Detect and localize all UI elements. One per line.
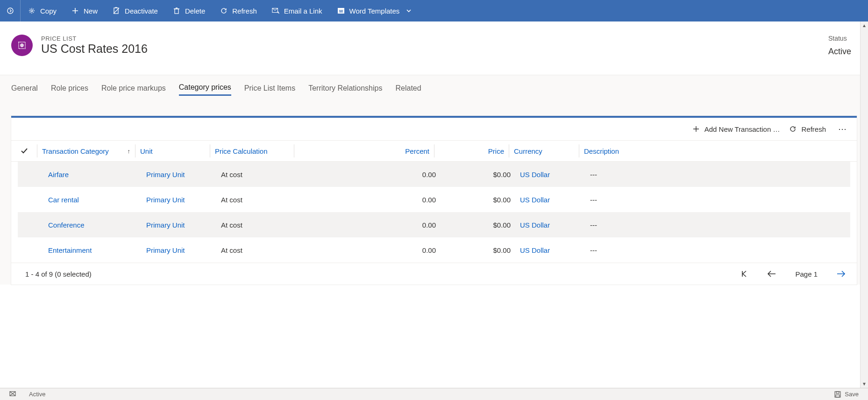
cell-percent: 0.00 xyxy=(300,221,441,229)
word-templates-label: Word Templates xyxy=(349,7,400,15)
email-link-button[interactable]: Email a Link xyxy=(264,0,330,21)
copy-button[interactable]: Copy xyxy=(21,0,64,21)
svg-rect-11 xyxy=(836,392,839,393)
grid-header: Transaction Category ↑ Unit Price Calcul… xyxy=(11,140,857,162)
table-row[interactable]: Conference Primary Unit At cost 0.00 $0.… xyxy=(18,212,850,237)
cell-price: $0.00 xyxy=(441,171,515,179)
svg-point-0 xyxy=(7,8,13,14)
col-price-calculation[interactable]: Price Calculation xyxy=(210,144,294,157)
cell-unit[interactable]: Primary Unit xyxy=(142,171,216,179)
new-label: New xyxy=(84,7,98,15)
cell-description: --- xyxy=(585,196,754,204)
svg-rect-3 xyxy=(175,9,178,14)
cell-category[interactable]: Conference xyxy=(43,221,142,229)
cell-percent: 0.00 xyxy=(300,246,441,254)
cell-category[interactable]: Car rental xyxy=(43,196,142,204)
cell-unit[interactable]: Primary Unit xyxy=(142,221,216,229)
tab-category-prices[interactable]: Category prices xyxy=(179,80,231,96)
page-label: Page 1 xyxy=(795,270,818,278)
delete-label: Delete xyxy=(185,7,205,15)
cell-description: --- xyxy=(585,171,754,179)
refresh-button[interactable]: Refresh xyxy=(213,0,264,21)
more-commands-button[interactable]: ⋯ xyxy=(835,124,850,134)
save-button[interactable]: Save xyxy=(834,391,859,398)
vertical-scrollbar[interactable]: ▲ ▼ xyxy=(860,21,868,388)
cell-currency[interactable]: US Dollar xyxy=(515,196,585,204)
open-record-set-icon[interactable] xyxy=(0,0,21,21)
tab-related[interactable]: Related xyxy=(395,81,421,95)
plus-icon xyxy=(71,7,79,14)
record-name: US Cost Rates 2016 xyxy=(41,42,148,56)
delete-icon xyxy=(173,7,180,14)
col-price[interactable]: Price xyxy=(434,144,509,157)
deactivate-button[interactable]: Deactivate xyxy=(105,0,165,21)
tab-territory[interactable]: Territory Relationships xyxy=(308,81,382,95)
svg-text:W: W xyxy=(339,9,343,14)
delete-button[interactable]: Delete xyxy=(165,0,213,21)
cell-calc: At cost xyxy=(216,221,300,229)
scroll-down-icon[interactable]: ▼ xyxy=(861,380,868,388)
cell-currency[interactable]: US Dollar xyxy=(515,171,585,179)
cell-price: $0.00 xyxy=(441,196,515,204)
cell-category[interactable]: Entertainment xyxy=(43,246,142,254)
footer-status-icon xyxy=(9,390,16,398)
grid-refresh-button[interactable]: Refresh xyxy=(789,125,826,133)
status-label: Status xyxy=(828,35,851,42)
add-new-label: Add New Transaction … xyxy=(704,125,780,133)
pager: 1 - 4 of 9 (0 selected) Page 1 xyxy=(11,263,857,285)
grid-toolbar: Add New Transaction … Refresh ⋯ xyxy=(11,118,857,140)
cell-currency[interactable]: US Dollar xyxy=(515,221,585,229)
prev-page-button[interactable] xyxy=(767,270,776,278)
col-percent[interactable]: Percent xyxy=(294,144,434,157)
cell-description: --- xyxy=(585,246,754,254)
cell-calc: At cost xyxy=(216,171,300,179)
cell-percent: 0.00 xyxy=(300,196,441,204)
table-row[interactable]: Entertainment Primary Unit At cost 0.00 … xyxy=(18,237,850,263)
cell-category[interactable]: Airfare xyxy=(43,171,142,179)
refresh-label: Refresh xyxy=(232,7,257,15)
cell-price: $0.00 xyxy=(441,246,515,254)
col-currency[interactable]: Currency xyxy=(509,144,579,157)
cell-unit[interactable]: Primary Unit xyxy=(142,196,216,204)
copy-icon xyxy=(28,7,36,14)
svg-rect-12 xyxy=(836,395,840,397)
panel-wrap: Add New Transaction … Refresh ⋯ Transact… xyxy=(0,101,868,285)
save-label: Save xyxy=(845,391,859,398)
word-icon: W xyxy=(337,7,345,14)
command-bar: Copy New Deactivate Delete Refresh xyxy=(0,0,868,21)
tab-price-list-items[interactable]: Price List Items xyxy=(244,81,295,95)
cell-calc: At cost xyxy=(216,246,300,254)
tab-general[interactable]: General xyxy=(11,81,38,95)
cell-currency[interactable]: US Dollar xyxy=(515,246,585,254)
cell-calc: At cost xyxy=(216,196,300,204)
footer-bar: Active Save xyxy=(0,388,868,400)
tabs-bar: General Role prices Role price markups C… xyxy=(0,75,868,101)
next-page-button[interactable] xyxy=(836,270,846,278)
pager-summary: 1 - 4 of 9 (0 selected) xyxy=(25,270,92,278)
scroll-up-icon[interactable]: ▲ xyxy=(861,21,868,29)
table-row[interactable]: Airfare Primary Unit At cost 0.00 $0.00 … xyxy=(18,162,850,187)
first-page-button[interactable] xyxy=(740,270,748,278)
col-transaction-category[interactable]: Transaction Category ↑ xyxy=(37,144,135,157)
grid-refresh-label: Refresh xyxy=(801,125,826,133)
copy-label: Copy xyxy=(40,7,57,15)
new-button[interactable]: New xyxy=(64,0,105,21)
tab-role-prices[interactable]: Role prices xyxy=(51,81,88,95)
tab-role-markups[interactable]: Role price markups xyxy=(101,81,166,95)
table-row[interactable]: Car rental Primary Unit At cost 0.00 $0.… xyxy=(18,187,850,212)
cell-description: --- xyxy=(585,221,754,229)
chevron-down-icon xyxy=(406,7,412,15)
email-icon xyxy=(272,7,279,14)
word-templates-button[interactable]: W Word Templates xyxy=(330,0,420,21)
svg-point-1 xyxy=(31,10,33,12)
refresh-icon xyxy=(220,7,228,14)
record-header: PRICE LIST US Cost Rates 2016 Status Act… xyxy=(0,21,868,75)
email-link-label: Email a Link xyxy=(284,7,322,15)
add-new-transaction-button[interactable]: Add New Transaction … xyxy=(692,125,780,133)
select-all-checkbox[interactable] xyxy=(11,147,37,155)
grid-body: Airfare Primary Unit At cost 0.00 $0.00 … xyxy=(11,162,857,263)
col-description[interactable]: Description xyxy=(579,144,747,157)
sort-ascending-icon: ↑ xyxy=(128,148,131,155)
col-unit[interactable]: Unit xyxy=(135,144,210,157)
cell-unit[interactable]: Primary Unit xyxy=(142,246,216,254)
